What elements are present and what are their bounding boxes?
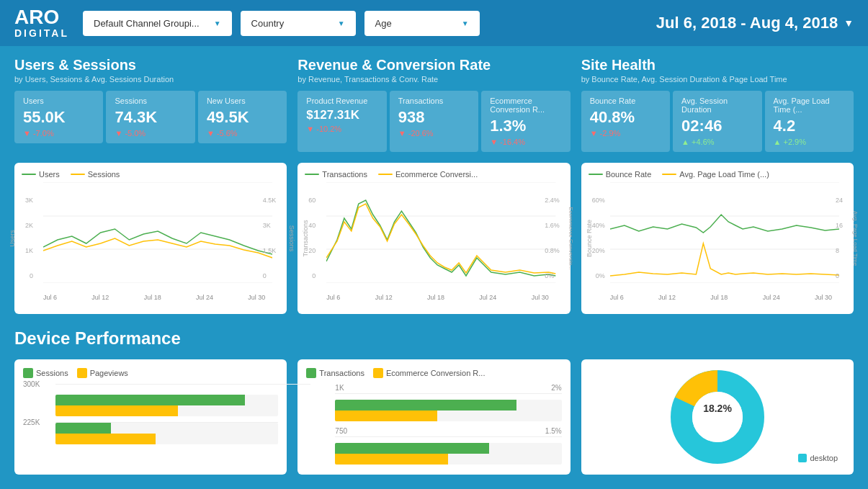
users-change: -7.0%: [23, 129, 94, 138]
revenue-chart-area: Transactions Ecommerce Conversio... 6040…: [305, 182, 563, 294]
new-users-value: 49.5K: [207, 108, 278, 127]
conversion-label: Ecommerce Conversion R...: [490, 97, 561, 114]
revenue-header: Revenue & Conversion Rate by Revenue, Tr…: [297, 57, 570, 84]
device-performance-title: Device Performance: [14, 328, 854, 349]
transactions-value: 938: [398, 108, 470, 127]
users-sessions-legend: Users Sessions: [22, 170, 279, 179]
site-health-x-labels: Jul 6Jul 12Jul 18Jul 24Jul 30: [589, 294, 846, 301]
date-range-text: Jul 6, 2018 - Aug 4, 2018: [656, 14, 838, 32]
left-axis: 3K2K1K0: [25, 197, 33, 279]
sessions-fill2: [55, 423, 111, 434]
site-health-cards: Bounce Rate 40.8% -2.9% Avg. Session Dur…: [581, 91, 854, 152]
new-users-card: New Users 49.5K -5.6%: [198, 91, 287, 143]
sessions-pageviews-chart: Sessions Pageviews 300K: [14, 359, 287, 475]
date-range[interactable]: Jul 6, 2018 - Aug 4, 2018 ▼: [656, 14, 854, 32]
revenue-cards: Product Revenue $127.31K -10.2% Transact…: [297, 91, 570, 152]
pageviews-dp-label: Pageviews: [90, 369, 128, 377]
channel-filter-arrow: ▼: [214, 19, 221, 27]
sessions-y-label: Sessions: [288, 225, 295, 251]
transactions-dp-legend: Transactions: [306, 368, 364, 378]
site-health-subtitle: by Bounce Rate, Avg. Session Duration & …: [581, 75, 854, 84]
right-axis: 4.5K3K1.5K0: [263, 197, 277, 279]
x-axis-labels: Jul 6Jul 12Jul 18Jul 24Jul 30: [22, 294, 279, 301]
bounce-rate-legend-label: Bounce Rate: [606, 170, 652, 179]
transactions-label: Transactions: [398, 97, 470, 105]
users-label: Users: [23, 97, 94, 105]
conversion-value: 1.3%: [490, 117, 561, 135]
sessions-bar2: [55, 423, 278, 444]
bounce-rate-label: Bounce Rate: [590, 97, 661, 105]
bounce-rate-card: Bounce Rate 40.8% -2.9%: [581, 91, 670, 152]
page-load-change: +2.9%: [774, 138, 845, 146]
users-sessions-chart: Users Sessions Users Sessions 3K2K1K0 4.…: [14, 163, 287, 314]
header: ARO DIGITAL Default Channel Groupi... ▼ …: [0, 0, 868, 46]
transactions-dp-label: Transactions: [319, 369, 364, 377]
sessions-legend-label: Sessions: [88, 170, 120, 179]
avg-session-change: +4.6%: [681, 138, 753, 146]
age-filter[interactable]: Age ▼: [364, 11, 480, 36]
ecommerce-dp-label: Ecommerce Conversion R...: [386, 369, 486, 377]
ecommerce-dp-legend: Ecommerce Conversion R...: [373, 368, 486, 378]
ecommerce-fill2: [335, 454, 448, 465]
page-load-legend-item: Avg. Page Load Time (...): [662, 170, 769, 179]
desktop-legend-label: desktop: [810, 454, 838, 462]
site-health-chart-area: Bounce Rate Avg. Page Load Time 60%40%20…: [589, 182, 846, 294]
sessions-bar-area: 300K 225K: [23, 384, 278, 444]
site-health-left-axis: 60%40%20%0%: [592, 197, 605, 279]
country-filter[interactable]: Country ▼: [241, 11, 356, 36]
transactions-bar-row1: [335, 400, 561, 421]
channel-filter[interactable]: Default Channel Groupi... ▼: [83, 11, 232, 36]
site-health-chart: Bounce Rate Avg. Page Load Time (...) Bo…: [581, 163, 854, 314]
main-content: Users & Sessions by Users, Sessions & Av…: [0, 46, 868, 485]
users-y-label: Users: [9, 230, 16, 247]
bar-label-225k: 225K: [23, 418, 40, 426]
avg-session-label: Avg. Session Duration: [681, 97, 753, 114]
transactions-fill1: [335, 400, 516, 411]
revenue-subtitle: by Revenue, Transactions & Conv. Rate: [297, 75, 570, 84]
transactions-ecommerce-legend: Transactions Ecommerce Conversion R...: [306, 368, 561, 378]
date-range-arrow: ▼: [844, 17, 854, 29]
sessions-dp-box: [23, 368, 33, 378]
page-load-card: Avg. Page Load Time (... 4.2 +2.9%: [765, 91, 854, 152]
transactions-card: Transactions 938 -20.6%: [390, 91, 478, 152]
users-legend-label: Users: [39, 170, 60, 179]
page-load-legend-dot: [662, 174, 676, 175]
users-sessions-svg: [43, 182, 272, 283]
transactions-bar-row2: [335, 443, 561, 465]
charts-row: Users Sessions Users Sessions 3K2K1K0 4.…: [14, 163, 854, 314]
product-revenue-change: -10.2%: [306, 125, 377, 133]
transactions-legend-item: Transactions: [305, 170, 367, 179]
sessions-legend-dot: [71, 174, 85, 175]
revenue-x-labels: Jul 6Jul 12Jul 18Jul 24Jul 30: [305, 294, 563, 301]
users-sessions-cards: Users 55.0K -7.0% Sessions 74.3K -5.0% N…: [14, 91, 287, 143]
bounce-rate-legend-item: Bounce Rate: [589, 170, 652, 179]
sessions-bar: [55, 395, 278, 416]
site-health-right-axis: 241680: [836, 197, 843, 279]
revenue-title: Revenue & Conversion Rate: [297, 57, 570, 73]
new-users-label: New Users: [207, 97, 278, 105]
ecommerce-legend-dot: [378, 174, 393, 175]
users-sessions-header: Users & Sessions by Users, Sessions & Av…: [14, 57, 287, 84]
site-health-legend: Bounce Rate Avg. Page Load Time (...): [589, 170, 846, 179]
bounce-rate-change: -2.9%: [590, 129, 661, 138]
logo-main: ARO: [14, 7, 72, 27]
bounce-rate-value: 40.8%: [590, 108, 661, 127]
users-legend-dot: [22, 174, 36, 175]
product-revenue-label: Product Revenue: [306, 97, 377, 105]
users-sessions-subtitle: by Users, Sessions & Avg. Sessions Durat…: [14, 75, 287, 84]
sessions-fill: [55, 395, 245, 405]
sessions-value: 74.3K: [115, 108, 186, 127]
sessions-dp-legend: Sessions: [23, 368, 68, 378]
channel-filter-label: Default Channel Groupi...: [94, 18, 200, 29]
avg-session-card: Avg. Session Duration 02:46 +4.6%: [673, 91, 761, 152]
country-filter-arrow: ▼: [338, 19, 345, 27]
product-revenue-value: $127.31K: [306, 108, 377, 122]
ecommerce-dp-box: [373, 368, 383, 378]
users-sessions-section: Users & Sessions by Users, Sessions & Av…: [14, 57, 287, 152]
ecommerce-legend-item: Ecommerce Conversi...: [378, 170, 478, 179]
ecommerce-y-label: Ecommerce Conversio...: [568, 207, 574, 270]
sessions-change: -5.0%: [115, 129, 186, 138]
sections-row: Users & Sessions by Users, Sessions & Av…: [14, 57, 854, 152]
sessions-legend-item: Sessions: [71, 170, 120, 179]
revenue-chart: Transactions Ecommerce Conversi... Trans…: [297, 163, 570, 314]
